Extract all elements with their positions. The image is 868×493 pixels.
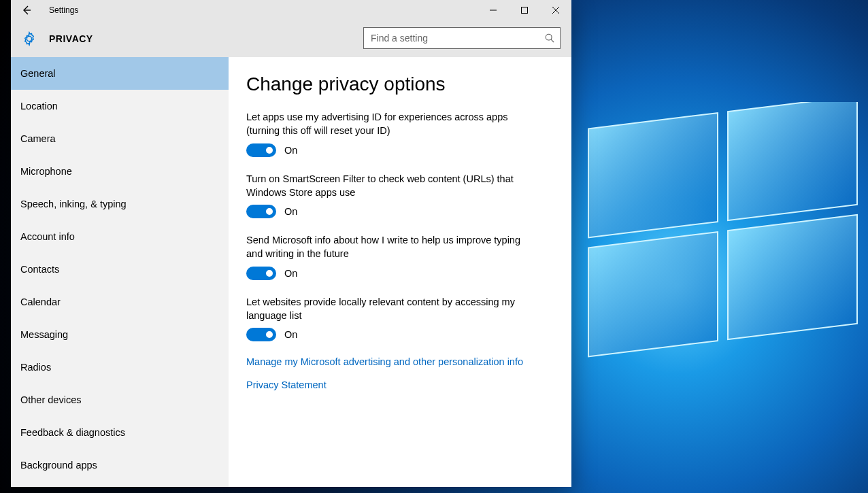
sidebar-item-location[interactable]: Location <box>11 90 229 122</box>
arrow-left-icon <box>21 5 32 16</box>
sidebar-item-label: Calendar <box>20 296 61 307</box>
setting-description: Let websites provide locally relevant co… <box>246 295 539 323</box>
window-controls <box>478 0 571 20</box>
sidebar-item-contacts[interactable]: Contacts <box>11 253 229 286</box>
sidebar-item-feedback-diagnostics[interactable]: Feedback & diagnostics <box>11 416 229 449</box>
setting-description: Let apps use my advertising ID for exper… <box>246 110 539 138</box>
setting-item: Let apps use my advertising ID for exper… <box>246 110 554 157</box>
sidebar-item-microphone[interactable]: Microphone <box>11 155 229 188</box>
svg-point-9 <box>546 34 552 40</box>
svg-line-10 <box>551 39 554 42</box>
setting-description: Send Microsoft info about how I write to… <box>246 233 539 261</box>
toggle-state-label: On <box>284 268 297 279</box>
toggle-row: On <box>246 267 554 280</box>
sidebar-item-label: Other devices <box>20 394 81 405</box>
sidebar-item-label: Messaging <box>20 329 68 340</box>
content-heading: Change privacy options <box>246 73 554 95</box>
sidebar-item-camera[interactable]: Camera <box>11 122 229 155</box>
sidebar-item-label: Speech, inking, & typing <box>20 199 127 209</box>
sidebar-item-account-info[interactable]: Account info <box>11 220 229 253</box>
toggle-knob <box>266 331 273 338</box>
sidebar-item-radios[interactable]: Radios <box>11 351 229 384</box>
toggle-knob <box>266 270 273 277</box>
sidebar-item-label: Camera <box>20 133 56 144</box>
sidebar-item-messaging[interactable]: Messaging <box>11 318 229 351</box>
search-box[interactable] <box>363 27 561 49</box>
settings-window: Settings PRIVACY <box>11 0 571 487</box>
toggle-row: On <box>246 205 554 218</box>
maximize-icon <box>521 7 528 14</box>
header-title: PRIVACY <box>49 33 93 44</box>
sidebar-item-label: Background apps <box>20 460 97 471</box>
toggle-switch[interactable] <box>246 143 276 157</box>
setting-item: Send Microsoft info about how I write to… <box>246 233 554 280</box>
svg-rect-1 <box>728 102 857 220</box>
close-icon <box>552 7 559 14</box>
toggle-knob <box>266 147 273 154</box>
header: PRIVACY <box>11 20 571 57</box>
sidebar-item-label: General <box>20 68 56 79</box>
setting-item: Turn on SmartScreen Filter to check web … <box>246 172 554 219</box>
toggle-row: On <box>246 143 554 157</box>
titlebar: Settings <box>11 0 571 20</box>
minimize-icon <box>490 7 497 14</box>
search-input[interactable] <box>364 33 539 44</box>
search-icon <box>539 33 560 43</box>
sidebar-item-background-apps[interactable]: Background apps <box>11 449 229 481</box>
toggle-state-label: On <box>284 329 297 340</box>
svg-rect-2 <box>588 232 718 356</box>
svg-rect-3 <box>728 215 857 339</box>
sidebar-item-label: Microphone <box>20 166 72 177</box>
gear-icon <box>22 31 37 46</box>
sidebar-item-label: Account info <box>20 231 75 242</box>
sidebar-item-label: Feedback & diagnostics <box>20 427 125 438</box>
sidebar-item-label: Radios <box>20 362 51 373</box>
sidebar-item-calendar[interactable]: Calendar <box>11 286 229 318</box>
sidebar-item-label: Contacts <box>20 264 59 275</box>
sidebar-item-speech-inking-typing[interactable]: Speech, inking, & typing <box>11 188 229 220</box>
toggle-state-label: On <box>284 206 297 217</box>
link-manage-my-microsoft-advertising-and-other-personalization-info[interactable]: Manage my Microsoft advertising and othe… <box>246 356 554 367</box>
window-title: Settings <box>49 5 78 15</box>
toggle-state-label: On <box>284 145 297 156</box>
sidebar: GeneralLocationCameraMicrophoneSpeech, i… <box>11 57 229 487</box>
windows-logo-icon <box>585 102 868 388</box>
toggle-switch[interactable] <box>246 205 276 218</box>
back-button[interactable] <box>11 0 42 20</box>
toggle-switch[interactable] <box>246 328 276 341</box>
svg-rect-0 <box>588 113 718 237</box>
sidebar-item-general[interactable]: General <box>11 57 229 90</box>
toggle-knob <box>266 208 273 215</box>
link-privacy-statement[interactable]: Privacy Statement <box>246 379 554 390</box>
svg-rect-6 <box>522 7 528 14</box>
sidebar-item-label: Location <box>20 101 58 112</box>
maximize-button[interactable] <box>509 0 540 20</box>
body: GeneralLocationCameraMicrophoneSpeech, i… <box>11 57 571 487</box>
minimize-button[interactable] <box>478 0 509 20</box>
sidebar-item-other-devices[interactable]: Other devices <box>11 384 229 416</box>
content-area: Change privacy options Let apps use my a… <box>229 57 571 487</box>
close-button[interactable] <box>540 0 571 20</box>
toggle-row: On <box>246 328 554 341</box>
setting-description: Turn on SmartScreen Filter to check web … <box>246 172 539 200</box>
toggle-switch[interactable] <box>246 267 276 280</box>
setting-item: Let websites provide locally relevant co… <box>246 295 554 342</box>
